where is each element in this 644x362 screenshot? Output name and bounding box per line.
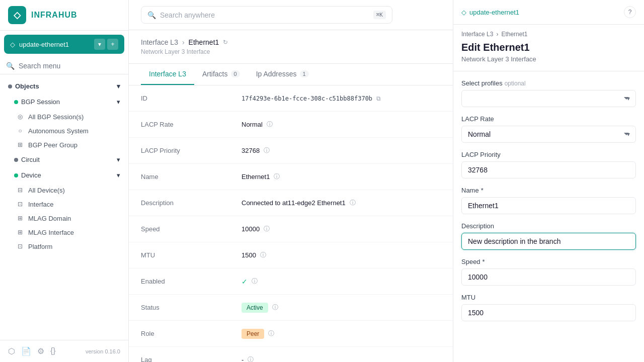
speed-text: 10000 <box>242 225 260 233</box>
circuit-chevron: ▾ <box>117 156 120 163</box>
panel-breadcrumb-parent[interactable]: Interface L3 <box>461 31 493 38</box>
content-area: ID 17f4293e-6b1e-fcce-308c-c51bb88f370b … <box>129 85 453 362</box>
name-required-marker: * <box>481 187 484 194</box>
mtu-input[interactable] <box>461 304 636 321</box>
all-bgp-icon: ◎ <box>16 113 24 121</box>
bgp-label: BGP Session <box>21 98 60 106</box>
row-value-lacp-rate: Normal ⓘ <box>242 120 441 129</box>
branch-selector[interactable]: ◇ update-ethernet1 ▾ + <box>4 35 124 54</box>
table-row: MTU 1500 ⓘ <box>129 242 453 268</box>
sidebar-item-bgp-peer-group[interactable]: ⊞ BGP Peer Group <box>0 138 128 152</box>
speed-input[interactable] <box>461 268 636 286</box>
lacp-rate-info-icon[interactable]: ⓘ <box>267 120 273 129</box>
search-menu-input[interactable]: 🔍 Search menu <box>6 62 122 70</box>
help-button[interactable]: ? <box>624 6 636 18</box>
row-value-lag: - ⓘ <box>242 355 441 362</box>
sidebar-item-all-bgp-sessions[interactable]: ◎ All BGP Session(s) <box>0 110 128 124</box>
description-input[interactable] <box>461 233 636 250</box>
panel-branch-indicator: ◇ update-ethernet1 <box>461 9 519 16</box>
enabled-info-icon[interactable]: ⓘ <box>252 277 258 286</box>
status-info-icon[interactable]: ⓘ <box>272 303 278 312</box>
mlag-domain-icon: ⊞ <box>16 214 24 222</box>
table-row: LACP Rate Normal ⓘ <box>129 112 453 138</box>
speed-field: Speed * <box>461 258 636 286</box>
lacp-rate-label: LACP Rate <box>461 115 636 123</box>
description-label-text: Description <box>461 222 494 230</box>
panel-header: ◇ update-ethernet1 ? <box>453 0 644 25</box>
name-info-icon[interactable]: ⓘ <box>274 172 280 181</box>
table-row: Speed 10000 ⓘ <box>129 216 453 242</box>
description-info-icon[interactable]: ⓘ <box>350 199 356 207</box>
refresh-icon[interactable]: ↻ <box>223 39 228 46</box>
docs-icon[interactable]: 📄 <box>21 346 31 356</box>
name-label-text: Name <box>461 187 479 194</box>
row-label-enabled: Enabled <box>141 278 242 285</box>
lacp-priority-label: LACP Priority <box>461 151 636 158</box>
role-info-icon[interactable]: ⓘ <box>268 329 274 338</box>
sidebar-item-platform[interactable]: ⊡ Platform <box>0 239 128 253</box>
nav-group-device[interactable]: Device ▾ <box>0 167 128 183</box>
lacp-rate-select-wrapper: Normal Fast ▾ <box>461 126 636 143</box>
search-menu-container[interactable]: 🔍 Search menu <box>0 58 128 74</box>
branch-expand-button[interactable]: ▾ <box>94 39 105 50</box>
code-icon[interactable]: {} <box>50 346 56 356</box>
table-row: LACP Priority 32768 ⓘ <box>129 138 453 164</box>
sidebar-item-interface[interactable]: ⊡ Interface <box>0 197 128 211</box>
breadcrumb: Interface L3 › Ethernet1 ↻ <box>141 38 441 46</box>
nav-group-objects[interactable]: Objects ▾ <box>0 78 128 94</box>
mtu-info-icon[interactable]: ⓘ <box>260 251 266 259</box>
copy-id-icon[interactable]: ⧉ <box>376 95 381 102</box>
tab-artifacts[interactable]: Artifacts 0 <box>194 64 248 85</box>
device-label: Device <box>21 171 41 179</box>
name-input[interactable] <box>461 197 636 214</box>
tab-ip-addresses-badge: 1 <box>300 70 309 77</box>
edit-form: Select profiles optional ▾ LACP Rate Nor… <box>453 71 644 337</box>
mlag-interface-icon: ⊞ <box>16 228 24 236</box>
branch-name-display: ◇ update-ethernet1 <box>10 41 69 48</box>
nav-group-bgp[interactable]: BGP Session ▾ <box>0 94 128 110</box>
sidebar-item-all-devices[interactable]: ⊟ All Device(s) <box>0 183 128 197</box>
profiles-select[interactable] <box>461 90 636 107</box>
name-label: Name * <box>461 187 636 194</box>
page-subtitle: Network Layer 3 Interface <box>141 48 441 55</box>
lag-info-icon[interactable]: ⓘ <box>248 355 254 362</box>
sidebar-item-mlag-interface[interactable]: ⊞ MLAG Interface <box>0 225 128 239</box>
lacp-priority-input[interactable] <box>461 161 636 178</box>
lacp-rate-select[interactable]: Normal Fast <box>461 126 636 143</box>
bgp-chevron: ▾ <box>117 98 120 106</box>
sidebar-item-autonomous-system[interactable]: ○ Autonomous System <box>0 124 128 138</box>
interface-label: Interface <box>28 201 54 208</box>
tab-interface-l3[interactable]: Interface L3 <box>141 64 194 85</box>
status-badge: Active <box>242 303 268 313</box>
lacp-rate-text: Normal <box>242 121 263 128</box>
nav-group-circuit[interactable]: Circuit ▾ <box>0 152 128 167</box>
tab-ip-addresses[interactable]: Ip Addresses 1 <box>248 64 317 85</box>
right-panel: ◇ update-ethernet1 ? Interface L3 › Ethe… <box>453 0 644 362</box>
table-row: Role Peer ⓘ <box>129 321 453 347</box>
home-icon[interactable]: ⬡ <box>8 346 15 356</box>
description-label: Description <box>461 222 636 230</box>
role-badge: Peer <box>242 329 264 339</box>
table-row: Status Active ⓘ <box>129 295 453 321</box>
row-value-description: Connected to at11-edge2 Ethernet1 ⓘ <box>242 199 441 207</box>
speed-required-marker: * <box>482 258 485 265</box>
row-value-status: Active ⓘ <box>242 303 441 313</box>
breadcrumb-parent[interactable]: Interface L3 <box>141 38 178 46</box>
speed-label: Speed * <box>461 258 636 265</box>
mtu-label: MTU <box>461 294 636 301</box>
branch-actions: ▾ + <box>94 39 118 50</box>
search-menu-icon: 🔍 <box>6 62 15 70</box>
global-search[interactable]: 🔍 Search anywhere ⌘K <box>141 6 392 24</box>
id-text: 17f4293e-6b1e-fcce-308c-c51bb88f370b <box>242 95 372 102</box>
row-label-lag: Lag <box>141 356 242 362</box>
lacp-priority-info-icon[interactable]: ⓘ <box>264 146 270 155</box>
sidebar-item-mlag-domain[interactable]: ⊞ MLAG Domain <box>0 211 128 225</box>
lacp-priority-label-text: LACP Priority <box>461 151 501 158</box>
app-header: ◇ INFRAHUB <box>0 0 128 31</box>
row-label-name: Name <box>141 173 242 180</box>
lacp-priority-field: LACP Priority <box>461 151 636 178</box>
branch-add-button[interactable]: + <box>107 39 118 50</box>
speed-info-icon[interactable]: ⓘ <box>264 225 270 233</box>
row-label-mtu: MTU <box>141 251 242 259</box>
settings-icon[interactable]: ⚙ <box>37 346 44 356</box>
